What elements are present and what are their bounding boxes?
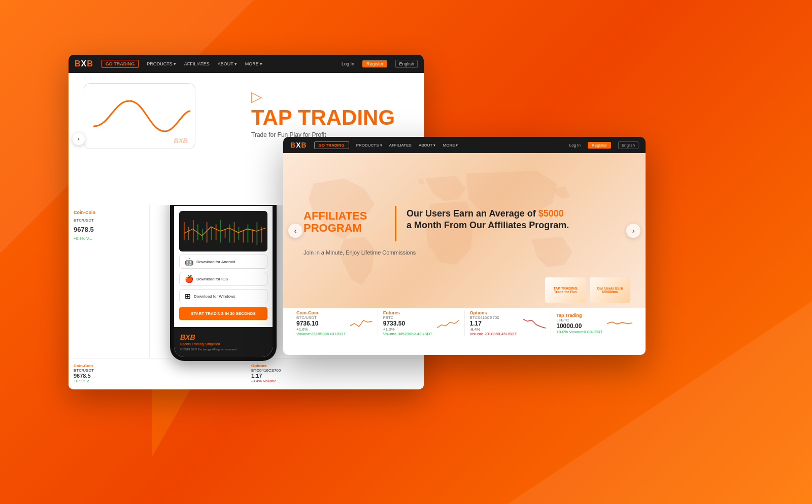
phone-footer-tagline: Bitcoin Trading Simplified	[180, 342, 266, 346]
hero-prev-arrow[interactable]: ‹	[73, 133, 85, 145]
phone-outer-shell: BXB	[170, 205, 277, 361]
laptop-ticker-tap-label: Tap Trading	[556, 313, 602, 318]
laptop-window: BXB GO TRADING PRODUCTS▾ AFFILIATES ABOU…	[283, 137, 646, 355]
laptop-ticker-futures-change: +1.3% Volume:38523882.43USDT	[383, 327, 437, 336]
desktop-logo: BXB	[75, 59, 93, 68]
laptop-ticker-bar: Coin-Coin BTC/USDT 9736.10 +1.6% Volume:…	[283, 308, 646, 338]
affiliates-text-block: Our Users Earn an Average of $5000 a Mon…	[407, 208, 569, 232]
play-icon: ▷	[251, 88, 409, 105]
laptop-ticker-futures: Futures FBTC 9733.50 +1.3% Volume:385238…	[378, 310, 465, 336]
laptop-ticker-options-change: -8.4% Volume:2010858.45USDT	[470, 327, 523, 336]
affiliates-title: AFFILIATES PROGRAM	[303, 210, 385, 234]
phone-mockup: BXB	[170, 205, 287, 361]
desktop-about-link[interactable]: ABOUT▾	[218, 61, 237, 66]
laptop-ticker-tap: Tap Trading LFBTC 10000.00 +0.0% Volume:…	[551, 313, 637, 334]
laptop-go-trading-button[interactable]: GO TRADING	[314, 141, 349, 149]
ticker-coin-pair: BTC/USDT	[74, 368, 241, 373]
laptop-banner-content: AFFILIATES PROGRAM Our Users Earn an Ave…	[283, 196, 646, 266]
download-ios-button[interactable]: 🍎 Download for iOS	[179, 272, 267, 286]
svg-rect-1	[184, 222, 185, 240]
laptop-ticker-options-label: Options	[470, 310, 523, 315]
laptop-language-select[interactable]: English	[618, 141, 638, 149]
phone-footer: BXB Bitcoin Trading Simplified © 2019 BX…	[174, 327, 273, 357]
ticker-options-label: Options	[251, 364, 419, 368]
desktop-language-select[interactable]: English	[395, 60, 418, 68]
laptop-ticker-tap-pair: LFBTC	[556, 318, 602, 322]
svg-rect-10	[225, 229, 226, 238]
phone-screen: BXB	[174, 205, 273, 357]
desktop-more-link[interactable]: MORE▾	[245, 61, 262, 66]
apple-icon: 🍎	[185, 275, 193, 283]
laptop-ticker-futures-label: Futures	[383, 310, 437, 315]
desktop-register-button[interactable]: Register	[362, 60, 388, 67]
coin-panel-price: 9678.5	[74, 226, 144, 233]
laptop-affiliates-link[interactable]: AFFILIATES	[389, 143, 412, 148]
download-android-label: Download for Android	[196, 260, 235, 264]
svg-rect-14	[243, 231, 244, 242]
laptop-products-link[interactable]: PRODUCTS▾	[356, 143, 382, 148]
download-windows-label: Download for Windows	[194, 294, 235, 299]
svg-rect-7	[211, 227, 212, 240]
desktop-navbar: BXB GO TRADING PRODUCTS▾ AFFILIATES ABOU…	[69, 55, 424, 73]
ticker-options-change: -8.4% Volume...	[251, 379, 419, 383]
laptop-ticker-futures-pair: FBTC	[383, 315, 437, 320]
bxb-chart-watermark: BXB	[174, 137, 188, 145]
laptop-ticker-coin-change: +1.6% Volume:23159386.81USDT	[296, 327, 350, 336]
affiliates-divider	[395, 206, 396, 241]
ticker-options-price: 1.17	[251, 373, 419, 379]
desktop-login-link[interactable]: Log In	[342, 61, 354, 66]
svg-rect-13	[239, 227, 240, 240]
laptop-ticker-coin-price: 9736.10	[296, 320, 350, 327]
coin-panel-label: Coin-Coin	[74, 210, 144, 215]
affiliates-subtext: Join in a Minute, Enjoy Lifetime Commiss…	[303, 249, 625, 256]
desktop-ticker-bar: Coin-Coin BTC/USDT 9678.5 +0.9% V... Opt…	[69, 358, 424, 388]
phone-trading-screenshot	[179, 211, 267, 251]
banner-prev-arrow[interactable]: ‹	[288, 224, 302, 238]
coin-panel-pair: BTC/USDT	[74, 218, 144, 223]
laptop-ticker-options-price: 1.17	[470, 320, 523, 327]
svg-rect-8	[216, 225, 217, 240]
laptop-ticker-tap-price: 10000.00	[556, 322, 602, 330]
svg-rect-2	[188, 227, 189, 240]
laptop-ticker-options-pair: BTC0416CS700	[470, 315, 523, 320]
laptop-more-link[interactable]: MORE▾	[443, 143, 458, 148]
laptop-ticker-coin: Coin-Coin BTC/USDT 9736.10 +1.6% Volume:…	[291, 310, 378, 336]
download-windows-button[interactable]: ⊞ Download for Windows	[179, 289, 267, 303]
desktop-products-link[interactable]: PRODUCTS▾	[147, 61, 176, 66]
download-android-button[interactable]: 🤖 Download for Android	[179, 255, 267, 269]
laptop-banner: ‹ AFFILIATES PROGRAM Our Users Earn an A…	[283, 153, 646, 308]
phone-content: 🤖 Download for Android 🍎 Download for iO…	[174, 206, 273, 325]
laptop-navbar: BXB GO TRADING PRODUCTS▾ AFFILIATES ABOU…	[283, 137, 646, 153]
ticker-coin-label: Coin-Coin	[74, 364, 241, 368]
desktop-affiliates-link[interactable]: AFFILIATES	[184, 61, 210, 66]
laptop-about-link[interactable]: ABOUT▾	[419, 143, 436, 148]
banner-thumb-2: Our Users Earn$5000/mo	[590, 277, 630, 303]
laptop-ticker-tap-change: +0.0% Volume:0.00USDT	[556, 330, 602, 334]
svg-rect-11	[229, 225, 230, 243]
svg-rect-3	[193, 220, 194, 243]
svg-rect-0	[179, 215, 267, 247]
ticker-coin-price: 9678.5	[74, 373, 241, 379]
phone-footer-logo: BXB	[180, 333, 266, 341]
laptop-ticker-coin-label: Coin-Coin	[296, 310, 350, 315]
download-ios-label: Download for iOS	[196, 277, 228, 281]
svg-rect-6	[207, 222, 208, 242]
laptop-ticker-futures-price: 9733.50	[383, 320, 437, 327]
desktop-hero-left: BXB	[84, 83, 241, 149]
ticker-item-options: Options BTC0416CS700 1.17 -8.4% Volume..…	[251, 364, 419, 383]
ticker-item-coin: Coin-Coin BTC/USDT 9678.5 +0.9% V...	[74, 364, 241, 383]
coin-panel-change: +0.9% V...	[74, 236, 144, 241]
svg-rect-12	[234, 222, 235, 242]
ticker-options-pair: BTC0416CS700	[251, 368, 419, 373]
hero-chart-box: BXB	[84, 83, 195, 149]
banner-thumb-1: TAP TRADINGTrade for Fun	[545, 277, 586, 303]
laptop-ticker-coin-pair: BTC/USDT	[296, 315, 350, 320]
tap-trading-title: TAP TRADING	[251, 107, 409, 128]
laptop-register-button[interactable]: Register	[588, 142, 611, 149]
svg-rect-15	[248, 225, 249, 243]
affiliates-headline: Our Users Earn an Average of $5000 a Mon…	[407, 208, 569, 232]
laptop-login-link[interactable]: Log In	[569, 143, 581, 148]
banner-next-arrow[interactable]: ›	[626, 224, 640, 238]
start-trading-button[interactable]: START TRADING IN 30 SECONDS	[179, 307, 267, 320]
desktop-go-trading-button[interactable]: GO TRADING	[101, 60, 139, 68]
